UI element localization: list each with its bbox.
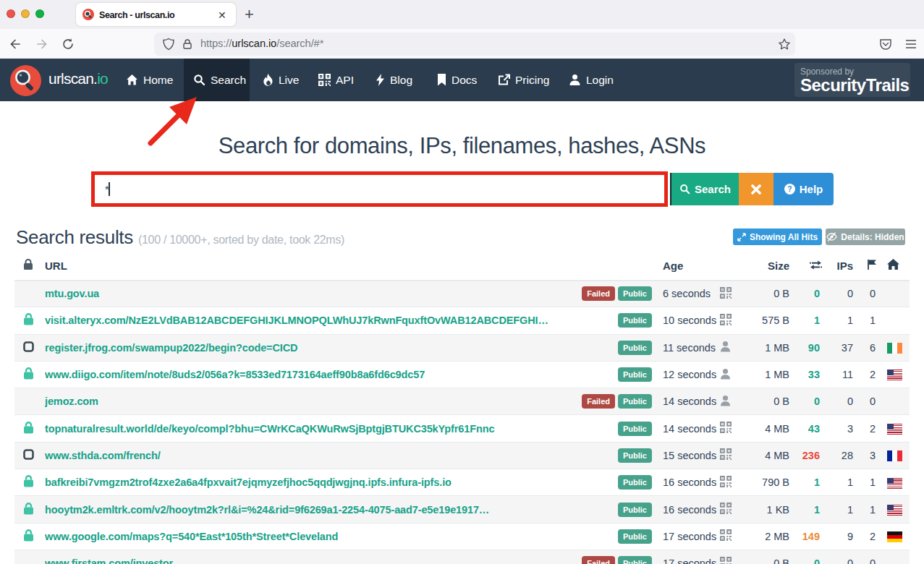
- svg-text:?: ?: [787, 185, 792, 193]
